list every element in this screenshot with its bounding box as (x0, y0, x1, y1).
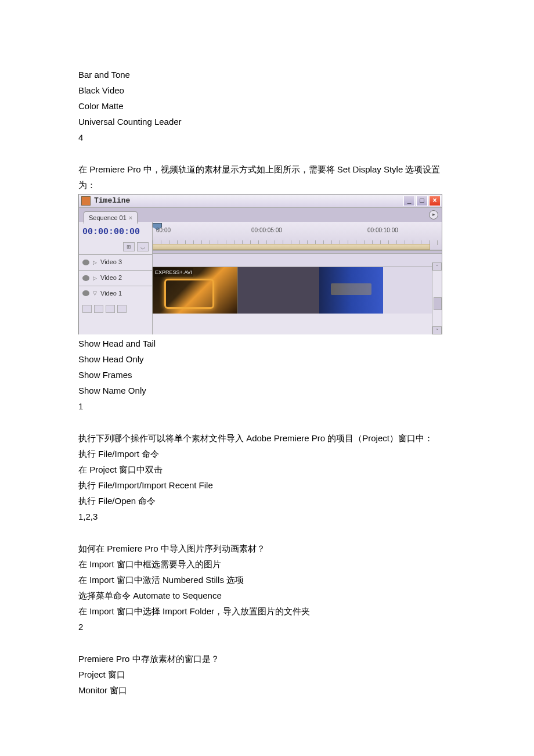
scroll-up-icon[interactable]: ˄ (432, 262, 442, 271)
eye-icon[interactable] (82, 260, 89, 265)
option: 在 Import 窗口中激活 Numbered Stills 选项 (78, 572, 453, 588)
sequence-tab[interactable]: Sequence 01× (84, 211, 138, 224)
next-icon[interactable] (117, 305, 127, 313)
answer: 4 (78, 129, 453, 145)
track-header-area: 00:00:00:00 ⊞◡ ▷Video 3 ▷Video 2 ▽Video … (79, 222, 153, 334)
window-title: Timeline (94, 194, 130, 207)
option: Show Frames (78, 367, 453, 383)
question-prompt: Premiere Pro 中存放素材的窗口是？ (78, 651, 453, 667)
option: Bar and Tone (78, 67, 453, 82)
track-v1[interactable]: EXPRESS+.AVI (153, 267, 442, 314)
option: 执行 File/Import 命令 (78, 446, 453, 462)
panel-options-icon[interactable]: ▸ (429, 210, 438, 219)
option: 在 Project 窗口中双击 (78, 462, 453, 477)
timeline-tracks: 00:00 00:00:05:00 00:00:10:00 EXPRESS+.A… (153, 222, 442, 334)
tab-bar: Sequence 01× ▸ (79, 208, 442, 222)
option: 执行 File/Open 命令 (78, 493, 453, 509)
track-header-v1[interactable]: ▽Video 1 (79, 286, 152, 327)
track-header-v2[interactable]: ▷Video 2 (79, 270, 152, 286)
option: Black Video (78, 82, 453, 98)
lock-icon[interactable] (94, 305, 103, 313)
eye-icon[interactable] (82, 275, 89, 281)
time-ruler[interactable]: 00:00 00:00:05:00 00:00:10:00 (153, 222, 442, 250)
titlebar: Timeline _ □ × (79, 195, 442, 208)
scroll-down-icon[interactable]: ˅ (432, 326, 442, 334)
clip[interactable]: EXPRESS+.AVI (153, 267, 238, 314)
option: 选择菜单命令 Automate to Sequence (78, 588, 453, 603)
question-prompt: 执行下列哪个操作可以将单个素材文件导入 Adobe Premiere Pro 的… (78, 430, 453, 446)
clip[interactable] (238, 267, 319, 314)
option: Monitor 窗口 (78, 682, 453, 698)
work-area-bar[interactable] (153, 244, 430, 250)
option: 执行 File/Import/Import Recent File (78, 477, 453, 493)
snap-icon[interactable]: ⊞ (123, 242, 135, 251)
close-tab-icon[interactable]: × (129, 214, 132, 221)
tool-icon[interactable]: ◡ (137, 242, 149, 251)
option: 在 Import 窗口中选择 Import Folder，导入放置图片的文件夹 (78, 603, 453, 619)
track-v2[interactable] (153, 253, 442, 267)
app-icon (81, 196, 91, 206)
option: Universal Counting Leader (78, 114, 453, 129)
scroll-thumb[interactable] (434, 297, 442, 310)
option: Show Name Only (78, 383, 453, 398)
answer: 2 (78, 619, 453, 635)
document-page: Bar and Tone Black Video Color Matte Uni… (0, 0, 534, 733)
scrollbar[interactable]: ˄ ˅ (432, 262, 442, 334)
close-icon[interactable]: × (429, 196, 441, 206)
answer: 1,2,3 (78, 509, 453, 524)
option: Color Matte (78, 98, 453, 114)
prev-icon[interactable] (106, 305, 115, 313)
timeline-screenshot: Timeline _ □ × Sequence 01× ▸ 00:00:00:0… (78, 194, 442, 334)
minimize-icon[interactable]: _ (403, 196, 415, 206)
option: Show Head Only (78, 351, 453, 367)
clip[interactable] (319, 267, 383, 314)
maximize-icon[interactable]: □ (416, 196, 428, 206)
option: Show Head and Tail (78, 336, 453, 351)
display-style-icon[interactable] (82, 305, 92, 313)
eye-icon[interactable] (82, 290, 89, 296)
option: Project 窗口 (78, 667, 453, 682)
answer: 1 (78, 398, 453, 414)
timecode[interactable]: 00:00:00:00 (82, 224, 149, 240)
track-header-v3[interactable]: ▷Video 3 (79, 254, 152, 270)
question-prompt: 如何在 Premiere Pro 中导入图片序列动画素材？ (78, 541, 453, 556)
option: 在 Import 窗口中框选需要导入的图片 (78, 556, 453, 572)
window-buttons: _ □ × (403, 196, 441, 206)
question-prompt: 在 Premiere Pro 中，视频轨道的素材显示方式如上图所示，需要将 Se… (78, 161, 453, 193)
